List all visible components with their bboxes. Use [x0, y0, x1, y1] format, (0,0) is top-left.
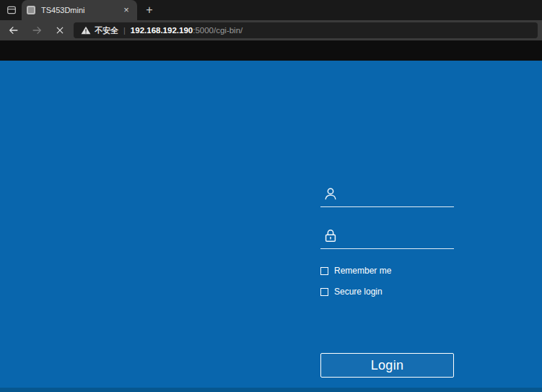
- tab-actions-button[interactable]: [4, 3, 19, 17]
- stop-button[interactable]: [52, 23, 68, 38]
- password-field: [320, 222, 454, 249]
- back-arrow-icon: [8, 25, 19, 36]
- login-page: Remember me Secure login Login: [0, 61, 542, 392]
- user-icon: [323, 186, 338, 202]
- remember-me-option[interactable]: Remember me: [320, 266, 391, 276]
- back-button[interactable]: [6, 23, 22, 38]
- browser-tab[interactable]: TS453Dmini ×: [22, 0, 137, 20]
- tab-title: TS453Dmini: [41, 6, 115, 14]
- secure-login-option[interactable]: Secure login: [320, 287, 383, 297]
- login-button[interactable]: Login: [320, 353, 454, 378]
- browser-tab-bar: TS453Dmini × +: [0, 0, 542, 20]
- address-path: :5000/cgi-bin/: [193, 26, 242, 35]
- secure-login-label[interactable]: Secure login: [334, 287, 383, 297]
- remember-me-label[interactable]: Remember me: [334, 266, 391, 276]
- tab-favicon-icon: [27, 6, 35, 14]
- not-secure-label[interactable]: 不安全: [95, 25, 118, 36]
- password-input[interactable]: [345, 231, 450, 247]
- warning-triangle-icon: [81, 25, 91, 35]
- remember-me-checkbox[interactable]: [320, 267, 328, 275]
- username-input[interactable]: [345, 189, 450, 205]
- page-footer-strip: [0, 388, 542, 392]
- browser-toolbar: 不安全 | 192.168.192.190 :5000/cgi-bin/: [0, 20, 542, 40]
- address-separator: |: [123, 26, 126, 35]
- bookmarks-bar: [0, 40, 542, 61]
- secure-login-checkbox[interactable]: [320, 288, 328, 296]
- stop-x-icon: [55, 25, 65, 35]
- tab-close-icon[interactable]: ×: [121, 4, 132, 16]
- tab-actions-icon: [6, 4, 17, 16]
- lock-icon: [323, 228, 338, 244]
- address-host: 192.168.192.190: [131, 26, 193, 35]
- address-bar[interactable]: 不安全 | 192.168.192.190 :5000/cgi-bin/: [74, 22, 538, 38]
- username-field: [320, 180, 454, 207]
- forward-arrow-icon: [31, 25, 43, 36]
- forward-button: [29, 23, 45, 38]
- new-tab-button[interactable]: +: [142, 3, 157, 17]
